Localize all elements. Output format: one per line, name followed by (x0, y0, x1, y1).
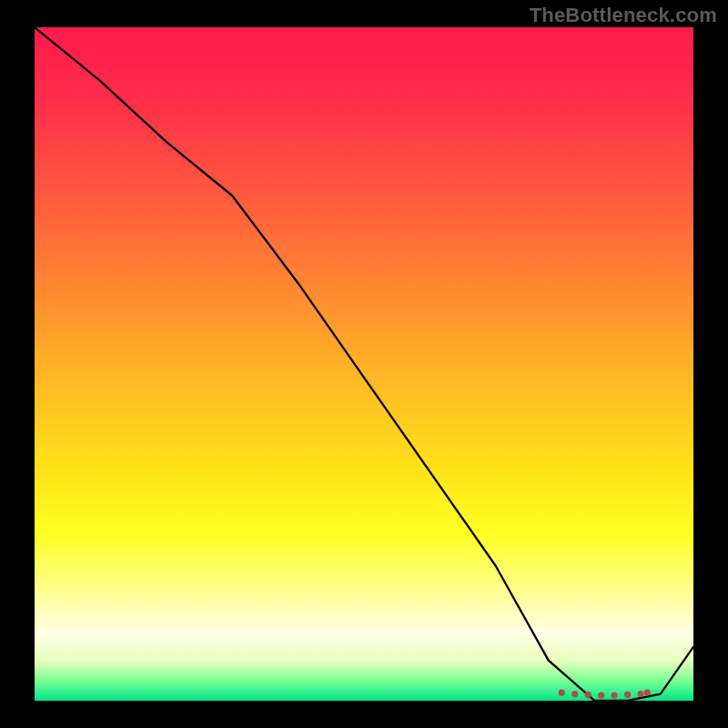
curve-line (35, 27, 693, 701)
flat-region-marker (612, 693, 618, 699)
chart-svg (35, 27, 693, 701)
flat-region-marker (559, 690, 565, 696)
flat-region-marker (598, 693, 604, 699)
flat-region-marker (644, 690, 651, 696)
plot-area (35, 27, 693, 701)
chart-frame: TheBottleneck.com (0, 0, 728, 728)
flat-region-marker (638, 691, 644, 697)
watermark-text: TheBottleneck.com (530, 4, 717, 27)
flat-region-marker (585, 692, 592, 698)
marker-group (559, 690, 651, 699)
flat-region-marker (624, 692, 631, 698)
flat-region-marker (571, 691, 578, 697)
